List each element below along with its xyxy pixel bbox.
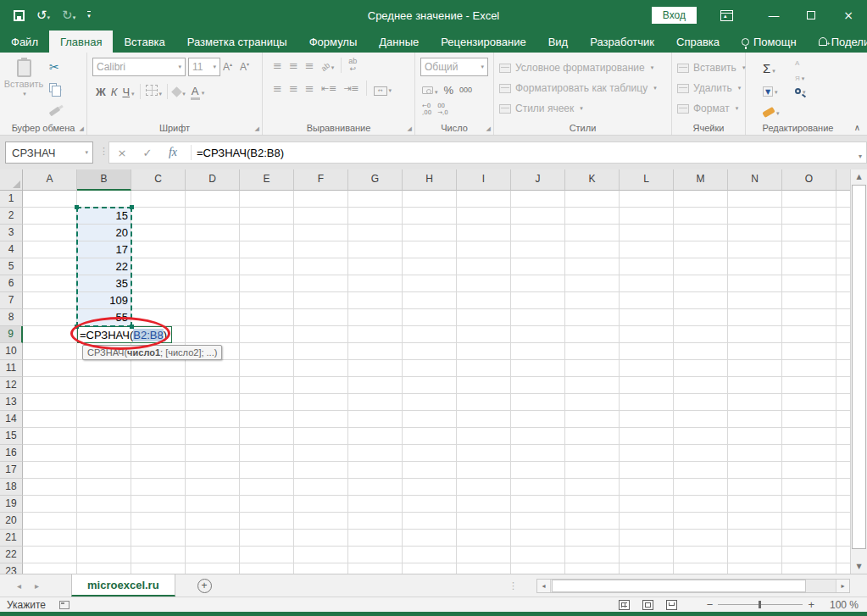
cell-J11[interactable] xyxy=(511,360,565,377)
cell-C15[interactable] xyxy=(131,428,186,445)
cell-O6[interactable] xyxy=(782,275,836,292)
cell-A5[interactable] xyxy=(23,258,77,275)
bold-button[interactable]: Ж xyxy=(96,86,106,98)
cell-G4[interactable] xyxy=(348,241,403,258)
cell-J13[interactable] xyxy=(511,394,565,411)
cell-C2[interactable] xyxy=(131,208,186,225)
cell-G17[interactable] xyxy=(348,462,403,479)
cell-J22[interactable] xyxy=(511,547,565,563)
cell-E10[interactable] xyxy=(240,343,294,360)
cell-G9[interactable] xyxy=(348,326,403,343)
tab-share[interactable]: Поделиться xyxy=(808,31,867,53)
cell-B23[interactable] xyxy=(77,563,131,574)
font-size-combo[interactable]: 11▾ xyxy=(188,58,220,76)
cell-C17[interactable] xyxy=(131,462,186,479)
cell-F21[interactable] xyxy=(294,530,348,547)
formula-text[interactable]: =СРЗНАЧ(B2:B8) xyxy=(197,147,284,159)
row-header-14[interactable]: 14 xyxy=(0,411,23,428)
cell-J15[interactable] xyxy=(511,428,565,445)
cell-D20[interactable] xyxy=(186,513,240,530)
cell-E21[interactable] xyxy=(240,530,294,547)
format-cells-button[interactable]: Формат ▾ xyxy=(677,98,742,119)
cell-N14[interactable] xyxy=(728,411,782,428)
delete-cells-button[interactable]: Удалить ▾ xyxy=(677,78,742,98)
cell-C18[interactable] xyxy=(131,479,186,496)
cell-I1[interactable] xyxy=(457,191,511,208)
increase-indent-icon[interactable]: ⇥≡ xyxy=(343,84,358,93)
col-header-E[interactable]: E xyxy=(240,169,294,191)
cell-C12[interactable] xyxy=(131,377,186,394)
row-header-13[interactable]: 13 xyxy=(0,394,23,411)
cell-L17[interactable] xyxy=(620,462,674,479)
cell-I2[interactable] xyxy=(457,208,511,225)
cell-A13[interactable] xyxy=(23,394,77,411)
cell-E4[interactable] xyxy=(240,241,294,258)
cell-H23[interactable] xyxy=(403,563,457,574)
cell-H15[interactable] xyxy=(403,428,457,445)
cell-G1[interactable] xyxy=(348,191,403,208)
minimize-button[interactable]: — xyxy=(755,0,792,31)
italic-button[interactable]: К xyxy=(111,86,118,98)
insert-function-icon[interactable]: fx xyxy=(160,146,186,159)
cell-K4[interactable] xyxy=(565,241,620,258)
undo-button[interactable]: ↺▾ xyxy=(36,8,50,23)
cell-F11[interactable] xyxy=(294,360,348,377)
cell-F3[interactable] xyxy=(294,225,348,241)
cell-I20[interactable] xyxy=(457,513,511,530)
cell-B6[interactable]: 35 xyxy=(77,275,131,292)
row-header-17[interactable]: 17 xyxy=(0,462,23,479)
cell-K16[interactable] xyxy=(565,445,620,462)
autosum-button[interactable]: Σ▾ xyxy=(763,61,795,76)
sort-filter-button[interactable]: АЯ▾ xyxy=(795,53,827,84)
cell-F10[interactable] xyxy=(294,343,348,360)
row-header-7[interactable]: 7 xyxy=(0,292,23,309)
cell-C3[interactable] xyxy=(131,225,186,241)
cell-F6[interactable] xyxy=(294,275,348,292)
cell-C5[interactable] xyxy=(131,258,186,275)
col-header-K[interactable]: K xyxy=(565,169,620,191)
cell-E14[interactable] xyxy=(240,411,294,428)
cell-F1[interactable] xyxy=(294,191,348,208)
cell-O14[interactable] xyxy=(782,411,836,428)
cell-M8[interactable] xyxy=(674,309,728,326)
tab-view[interactable]: Вид xyxy=(537,31,580,53)
cell-B18[interactable] xyxy=(77,479,131,496)
cell-I8[interactable] xyxy=(457,309,511,326)
vertical-scrollbar[interactable]: ▲ ▼ xyxy=(850,169,867,574)
cell-M12[interactable] xyxy=(674,377,728,394)
new-sheet-icon[interactable]: + xyxy=(197,579,212,593)
cell-K13[interactable] xyxy=(565,394,620,411)
cell-H18[interactable] xyxy=(403,479,457,496)
next-sheet-icon[interactable]: ▸ xyxy=(35,581,39,591)
cell-A16[interactable] xyxy=(23,445,77,462)
cell-I3[interactable] xyxy=(457,225,511,241)
cell-F17[interactable] xyxy=(294,462,348,479)
cell-E8[interactable] xyxy=(240,309,294,326)
cell-D3[interactable] xyxy=(186,225,240,241)
cell-L4[interactable] xyxy=(620,241,674,258)
normal-view-icon[interactable] xyxy=(619,600,630,610)
cell-styles-button[interactable]: Стили ячеек ▾ xyxy=(499,98,668,119)
cell-B17[interactable] xyxy=(77,462,131,479)
cell-G3[interactable] xyxy=(348,225,403,241)
cell-B14[interactable] xyxy=(77,411,131,428)
cell-B20[interactable] xyxy=(77,513,131,530)
cell-H22[interactable] xyxy=(403,547,457,563)
col-header-F[interactable]: F xyxy=(294,169,348,191)
cell-E19[interactable] xyxy=(240,496,294,513)
cell-L15[interactable] xyxy=(620,428,674,445)
row-header-9[interactable]: 9 xyxy=(0,326,23,343)
cell-D5[interactable] xyxy=(186,258,240,275)
cell-F15[interactable] xyxy=(294,428,348,445)
cell-B8[interactable]: 55 xyxy=(77,309,131,326)
cell-M10[interactable] xyxy=(674,343,728,360)
cell-C11[interactable] xyxy=(131,360,186,377)
cell-L2[interactable] xyxy=(620,208,674,225)
macro-record-icon[interactable] xyxy=(59,601,69,609)
formula-bar-grip-icon[interactable]: ⋮ xyxy=(99,146,108,157)
cell-A19[interactable] xyxy=(23,496,77,513)
cell-E1[interactable] xyxy=(240,191,294,208)
cell-B16[interactable] xyxy=(77,445,131,462)
cell-I4[interactable] xyxy=(457,241,511,258)
cell-O18[interactable] xyxy=(782,479,836,496)
